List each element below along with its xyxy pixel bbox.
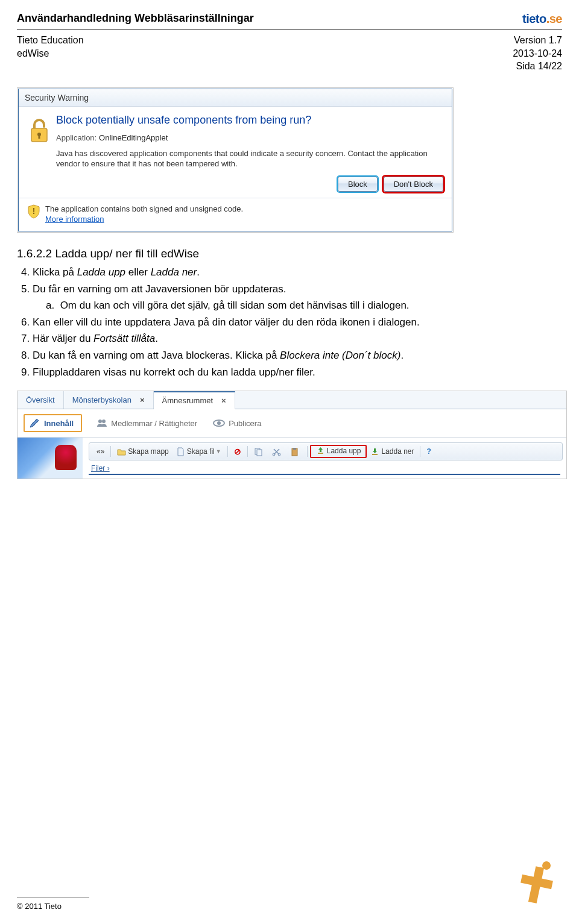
pencil-icon xyxy=(28,417,40,429)
doc-page: Sida 14/22 xyxy=(513,60,562,73)
subtab-members[interactable]: Medlemmar / Rättigheter xyxy=(96,419,197,428)
page-footer: © 2011 Tieto xyxy=(17,861,562,911)
step-7: Här väljer du Fortsätt tillåta. xyxy=(33,332,562,347)
more-information-link[interactable]: More information xyxy=(45,215,104,224)
tab-overview[interactable]: Översikt xyxy=(17,391,64,409)
doc-version: Version 1.7 xyxy=(513,34,562,47)
step-8: Du kan få en varning om att Java blocker… xyxy=(33,348,562,363)
upload-icon xyxy=(316,446,325,455)
scissors-icon xyxy=(272,447,281,456)
product-name: edWise xyxy=(17,47,84,60)
download-icon xyxy=(370,447,379,456)
avatar-image xyxy=(17,438,85,479)
svg-point-5 xyxy=(102,420,106,423)
subtab-content[interactable]: Innehåll xyxy=(24,414,82,432)
page-header: Användarhandledning Webbläsarinställning… xyxy=(17,11,562,27)
svg-point-4 xyxy=(98,420,102,423)
close-icon[interactable]: × xyxy=(140,395,145,404)
svg-rect-9 xyxy=(257,450,262,456)
paste-button[interactable] xyxy=(286,447,305,456)
doc-date: 2013-10-24 xyxy=(513,47,562,60)
folder-icon xyxy=(117,447,126,456)
file-toolbar: «» Skapa mapp Skapa fil ▼ ⊘ xyxy=(89,442,563,460)
dialog-app-label: Application: xyxy=(56,133,96,142)
nav-buttons[interactable]: «» xyxy=(93,447,108,456)
copy-button[interactable] xyxy=(250,447,268,456)
svg-point-18 xyxy=(542,861,551,870)
eye-icon xyxy=(213,420,225,427)
chevron-down-icon: ▼ xyxy=(216,448,221,454)
help-button[interactable]: ? xyxy=(423,447,434,456)
instruction-list: Klicka på Ladda upp eller Ladda ner. Du … xyxy=(33,265,562,380)
delete-button[interactable]: ⊘ xyxy=(230,447,245,456)
dialog-app-name: OnlineEditingApplet xyxy=(99,133,168,142)
padlock-icon xyxy=(27,114,56,169)
cut-button[interactable] xyxy=(268,447,286,456)
section-heading: 1.6.2.2 Ladda upp/ ner fil till edWise xyxy=(17,247,562,260)
dont-block-button[interactable]: Don't Block xyxy=(384,177,443,192)
file-icon xyxy=(176,447,185,456)
step-6: Kan eller vill du inte uppdatera Java på… xyxy=(33,315,562,330)
copy-icon xyxy=(254,447,263,456)
upload-button[interactable]: Ladda upp xyxy=(312,446,365,455)
dialog-warning-text: The application contains both signed and… xyxy=(45,204,243,213)
doc-title: Användarhandledning Webbläsarinställning… xyxy=(17,11,254,25)
page-subheader: Tieto Education edWise Version 1.7 2013-… xyxy=(17,34,562,73)
subtab-publish[interactable]: Publicera xyxy=(213,419,261,428)
svg-rect-15 xyxy=(372,454,378,455)
dialog-question: Block potentially unsafe components from… xyxy=(56,114,443,127)
edwise-screenshot: Översikt Mönsterbyskolan× Ämnesrummet× I… xyxy=(17,391,567,479)
security-dialog-screenshot: Security Warning Block potentially unsaf… xyxy=(17,87,454,233)
breadcrumb-filer[interactable]: Filer › xyxy=(89,464,560,475)
svg-rect-14 xyxy=(318,453,323,454)
create-folder-button[interactable]: Skapa mapp xyxy=(113,447,172,456)
close-icon[interactable]: × xyxy=(221,396,226,405)
svg-point-7 xyxy=(217,421,221,425)
svg-rect-13 xyxy=(293,448,296,450)
tab-subject[interactable]: Ämnesrummet× xyxy=(154,391,235,409)
tieto-logo-top: tieto.se xyxy=(522,11,562,27)
step-5: Du får en varning om att Javaversionen b… xyxy=(33,282,562,297)
upload-highlight: Ladda upp xyxy=(310,445,367,458)
tab-school[interactable]: Mönsterbyskolan× xyxy=(64,391,154,409)
tieto-logo-bottom xyxy=(508,861,562,911)
edwise-tabs: Översikt Mönsterbyskolan× Ämnesrummet× xyxy=(17,391,566,409)
copyright: © 2011 Tieto xyxy=(17,902,89,911)
clipboard-icon xyxy=(290,447,299,456)
svg-text:!: ! xyxy=(33,206,36,216)
download-button[interactable]: Ladda ner xyxy=(367,447,417,456)
shield-warning-icon: ! xyxy=(27,204,40,221)
people-icon xyxy=(96,419,107,427)
org-name: Tieto Education xyxy=(17,34,84,47)
step-4: Klicka på Ladda upp eller Ladda ner. xyxy=(33,265,562,280)
step-5a: a. Om du kan och vill göra det själv, gå… xyxy=(46,298,562,313)
dialog-titlebar: Security Warning xyxy=(19,89,452,107)
svg-rect-2 xyxy=(39,135,40,139)
create-file-button[interactable]: Skapa fil ▼ xyxy=(172,447,225,456)
edwise-subtabs: Innehåll Medlemmar / Rättigheter Publice… xyxy=(17,409,566,438)
dialog-description: Java has discovered application componen… xyxy=(56,148,443,169)
block-button[interactable]: Block xyxy=(338,177,378,192)
step-9: Filuppladdaren visas nu korrekt och du k… xyxy=(33,365,562,380)
